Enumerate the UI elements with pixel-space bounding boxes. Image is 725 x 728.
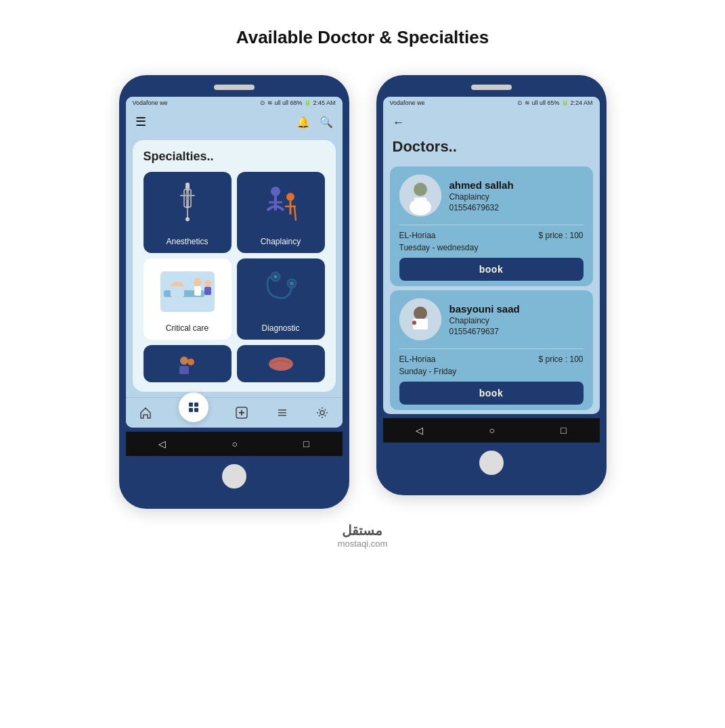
bell-icon[interactable]: 🔔: [296, 116, 310, 129]
svg-rect-31: [194, 403, 198, 407]
svg-point-5: [185, 217, 190, 221]
doctor-specialty-ahmed: Chaplaincy: [449, 192, 514, 202]
doctor-card-bottom-basyouni: EL-Horiaa $ price : 100 Sunday - Friday …: [390, 349, 593, 410]
doctor-card-bottom-ahmed: EL-Horiaa $ price : 100 Tuesday - wednes…: [390, 225, 593, 286]
page-title: Available Doctor & Specialties: [236, 27, 489, 48]
anesthetics-label: Anesthetics: [166, 237, 208, 246]
doctor-name-basyouni: basyouni saad: [449, 303, 520, 315]
phone-doctors: Vodafone we ⊙ ≋ ull ull 65% 🔋 2:24 AM ← …: [376, 75, 607, 495]
doctor-meta-basyouni: EL-Horiaa $ price : 100: [399, 355, 584, 364]
doctors-title: Doctors..: [383, 135, 600, 162]
critical-care-label: Critical care: [166, 323, 208, 333]
svg-point-27: [188, 359, 194, 365]
svg-point-48: [412, 321, 416, 325]
svg-rect-6: [180, 195, 195, 196]
android-back-2[interactable]: ◁: [416, 425, 423, 436]
phone-home-btn-2: [479, 451, 504, 475]
svg-line-13: [294, 207, 296, 221]
android-recent-1[interactable]: □: [303, 438, 309, 449]
doctor-price-basyouni: $ price : 100: [538, 355, 583, 364]
app-header-1: ☰ 🔔 🔍: [126, 109, 343, 135]
svg-point-26: [180, 357, 188, 365]
doctor-days-ahmed: Tuesday - wednesday: [399, 243, 584, 252]
android-home-2[interactable]: ○: [489, 425, 495, 436]
status-bar-1: Vodafone we ⊙ ≋ ull ull 68% 🔋 2:45 AM: [126, 97, 343, 109]
anesthetics-icon: [148, 177, 227, 233]
android-nav-2: ◁ ○ □: [383, 418, 600, 442]
specialty-partial-right[interactable]: [237, 345, 325, 382]
chaplaincy-icon: [241, 177, 321, 233]
specialty-partial-left[interactable]: [144, 345, 232, 382]
doctor-info-ahmed: ahmed sallah Chaplaincy 01554679632: [449, 179, 514, 212]
specialties-content: Specialties..: [133, 140, 336, 392]
android-home-1[interactable]: ○: [232, 438, 238, 449]
svg-point-29: [269, 357, 293, 371]
svg-point-24: [290, 281, 294, 286]
specialties-grid: Anesthetics: [144, 172, 325, 345]
specialty-card-anesthetics[interactable]: Anesthetics: [144, 172, 232, 253]
watermark: مستقل mostaqi.com: [338, 522, 388, 549]
specialty-card-critical-care[interactable]: Critical care: [144, 258, 232, 340]
doctor-price-ahmed: $ price : 100: [538, 231, 583, 240]
doctor-location-basyouni: EL-Horiaa: [399, 355, 436, 364]
svg-rect-18: [194, 286, 201, 296]
svg-point-17: [194, 278, 202, 286]
nav-specialties-center[interactable]: [179, 392, 208, 422]
status-icons-1: ⊙ ≋ ull ull 68% 🔋 2:45 AM: [260, 99, 335, 106]
svg-point-10: [286, 193, 294, 201]
doctors-header: ←: [383, 109, 600, 135]
doctor-card-basyouni: basyouni saad Chaplaincy 01554679637 EL-…: [390, 290, 593, 410]
search-icon[interactable]: 🔍: [320, 116, 333, 129]
chaplaincy-label: Chaplaincy: [261, 237, 301, 246]
critical-care-img: [160, 271, 215, 312]
watermark-url: mostaqi.com: [338, 539, 388, 549]
android-back-1[interactable]: ◁: [158, 438, 166, 449]
nav-add[interactable]: [235, 406, 248, 419]
svg-rect-16: [171, 286, 184, 297]
watermark-logo: مستقل: [338, 522, 388, 539]
phone-speaker-2: [471, 85, 512, 90]
doctor-phone-ahmed: 01554679632: [449, 203, 514, 212]
nav-list[interactable]: [276, 406, 289, 419]
svg-point-19: [204, 280, 211, 287]
nav-specialties[interactable]: [179, 403, 208, 422]
doctor-meta-ahmed: EL-Horiaa $ price : 100: [399, 231, 584, 240]
svg-rect-44: [414, 198, 426, 207]
status-icons-2: ⊙ ≋ ull ull 65% 🔋 2:24 AM: [517, 99, 592, 106]
svg-rect-32: [189, 408, 193, 412]
svg-rect-20: [204, 287, 211, 295]
header-icons: 🔔 🔍: [296, 116, 333, 129]
menu-icon[interactable]: ☰: [135, 114, 146, 129]
specialties-heading: Specialties..: [144, 150, 325, 164]
phone-speaker-1: [214, 85, 255, 90]
back-button[interactable]: ←: [393, 116, 405, 130]
specialty-card-chaplaincy[interactable]: Chaplaincy: [237, 172, 325, 253]
svg-point-42: [414, 183, 427, 196]
carrier-2: Vodafone we: [390, 99, 425, 106]
svg-point-46: [414, 306, 427, 320]
book-button-basyouni[interactable]: book: [399, 382, 584, 405]
phone-screen-2: Vodafone we ⊙ ≋ ull ull 65% 🔋 2:24 AM ← …: [383, 97, 600, 414]
svg-rect-30: [189, 403, 193, 407]
nav-settings[interactable]: [315, 406, 329, 419]
critical-care-icon: [148, 264, 227, 319]
doctor-card-ahmed: ahmed sallah Chaplaincy 01554679632 EL-H…: [390, 166, 593, 286]
doctor-card-top-ahmed: ahmed sallah Chaplaincy 01554679632: [390, 166, 593, 225]
doctor-card-top-basyouni: basyouni saad Chaplaincy 01554679637: [390, 290, 593, 348]
android-recent-2[interactable]: □: [561, 425, 566, 436]
doctor-specialty-basyouni: Chaplaincy: [449, 316, 520, 325]
doctor-phone-basyouni: 01554679637: [449, 327, 520, 336]
doctor-info-basyouni: basyouni saad Chaplaincy 01554679637: [449, 303, 520, 336]
android-nav-1: ◁ ○ □: [126, 432, 343, 456]
carrier-1: Vodafone we: [133, 99, 168, 106]
bottom-nav: [126, 397, 343, 428]
nav-home[interactable]: [139, 406, 152, 419]
svg-rect-33: [194, 408, 198, 412]
svg-point-40: [320, 411, 324, 415]
doctor-avatar-basyouni: [399, 298, 441, 340]
status-bar-2: Vodafone we ⊙ ≋ ull ull 65% 🔋 2:24 AM: [383, 97, 600, 109]
phones-container: Vodafone we ⊙ ≋ ull ull 68% 🔋 2:45 AM ☰ …: [119, 75, 607, 509]
book-button-ahmed[interactable]: book: [399, 258, 584, 281]
specialty-card-diagnostic[interactable]: Diagnostic: [237, 258, 325, 340]
phone-home-btn-1: [222, 464, 246, 488]
